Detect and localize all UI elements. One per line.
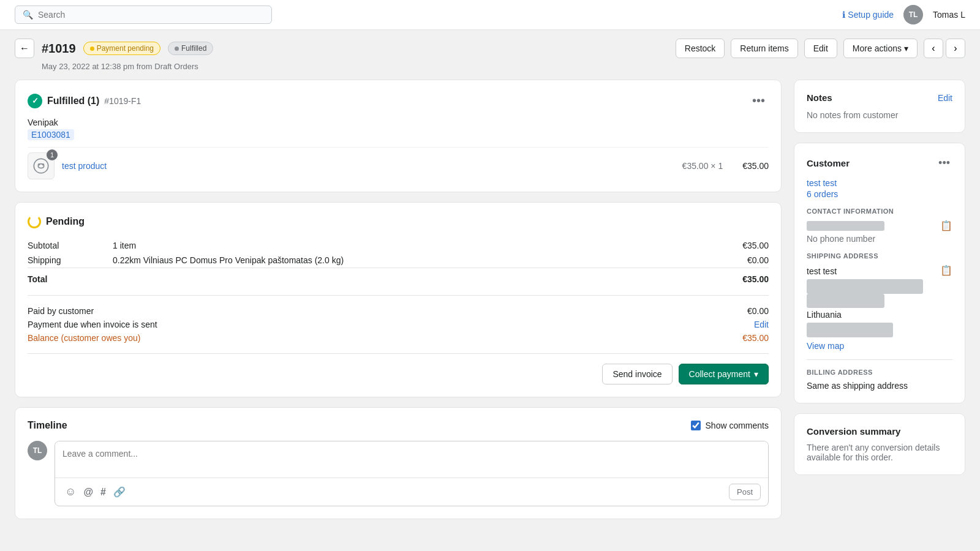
fulfilled-card: ✓ Fulfilled (1) #1019-F1 ••• Venipak E10… — [15, 80, 782, 192]
no-phone: No phone number — [807, 234, 952, 244]
payment-due-edit-link[interactable]: Edit — [754, 320, 769, 329]
pending-title: Pending — [46, 216, 85, 227]
back-button[interactable]: ← — [15, 39, 34, 58]
ship-country: Lithuania — [807, 310, 842, 320]
customer-orders-link[interactable]: 6 orders — [807, 189, 952, 199]
top-bar: 🔍 ℹ Setup guide TL Tomas L — [0, 0, 980, 30]
fulfilled-badge: Fulfilled — [168, 42, 213, 55]
nav-arrows: ‹ › — [924, 39, 965, 58]
timeline-title: Timeline — [28, 420, 67, 431]
email-row: ████████████ 📋 — [807, 220, 952, 231]
shipping-row: Shipping 0.22km Vilniaus PC Domus Pro Ve… — [28, 253, 769, 268]
link-button[interactable]: 🔗 — [111, 484, 128, 500]
billing-address-section: BILLING ADDRESS Same as shipping address — [807, 359, 952, 391]
avatar[interactable]: TL — [903, 5, 923, 24]
customer-email: ████████████ — [807, 221, 884, 231]
prev-order-button[interactable]: ‹ — [924, 39, 943, 58]
notes-text: No notes from customer — [807, 110, 898, 120]
view-map-link[interactable]: View map — [807, 341, 844, 351]
action-footer: Send invoice Collect payment ▾ — [28, 353, 769, 384]
post-button[interactable]: Post — [729, 484, 761, 500]
balance-row: Balance (customer owes you) €35.00 — [28, 331, 769, 345]
fulfilled-more-button[interactable]: ••• — [748, 92, 769, 109]
contact-section: CONTACT INFORMATION ████████████ 📋 No ph… — [807, 208, 952, 244]
search-input[interactable] — [38, 10, 264, 20]
fulfilled-title: Fulfilled (1) — [47, 96, 99, 107]
subtotal-qty: 1 item — [113, 238, 702, 253]
comment-input[interactable] — [55, 441, 768, 476]
product-name-link[interactable]: test product — [62, 161, 675, 171]
customer-card: Customer ••• test test 6 orders CONTACT … — [794, 143, 965, 403]
order-number: #1019 — [42, 42, 76, 56]
show-comments-group: Show comments — [691, 421, 769, 430]
conversion-text: There aren't any conversion details avai… — [807, 443, 940, 462]
hashtag-button[interactable]: # — [98, 484, 108, 500]
shipping-label: SHIPPING ADDRESS — [807, 252, 952, 260]
total-row: Total €35.00 — [28, 268, 769, 287]
top-bar-right: ℹ Setup guide TL Tomas L — [842, 5, 965, 24]
shipping-address-row: test test █ ████████████ █████ █████ ███… — [807, 264, 952, 337]
user-name: Tomas L — [933, 10, 965, 20]
comment-toolbar: ☺ @ # 🔗 Post — [55, 478, 768, 506]
notes-title: Notes — [807, 92, 832, 103]
content-layout: ✓ Fulfilled (1) #1019-F1 ••• Venipak E10… — [0, 80, 980, 534]
shipping-address-section: SHIPPING ADDRESS test test █ ███████████… — [807, 252, 952, 351]
shipping-desc: 0.22km Vilniaus PC Domus Pro Venipak paš… — [113, 253, 702, 268]
ship-addr1: █ ████████████ █████ — [807, 279, 923, 294]
notes-header: Notes Edit — [807, 92, 952, 103]
contact-label: CONTACT INFORMATION — [807, 208, 952, 215]
show-comments-checkbox[interactable] — [691, 421, 701, 430]
header-actions: Restock Return items Edit More actions ▾… — [676, 39, 965, 58]
search-icon: 🔍 — [23, 10, 33, 20]
copy-email-button[interactable]: 📋 — [940, 220, 952, 231]
mention-button[interactable]: @ — [81, 484, 96, 500]
ship-addr2: █████ ███████ — [807, 294, 884, 309]
subtotal-row: Subtotal 1 item €35.00 — [28, 238, 769, 253]
product-price: €35.00 × 1 — [682, 161, 723, 171]
tracking-number[interactable]: E1003081 — [28, 129, 74, 140]
search-box[interactable]: 🔍 — [15, 6, 272, 24]
payment-badge: Payment pending — [83, 42, 160, 55]
emoji-button[interactable]: ☺ — [62, 483, 78, 501]
edit-button[interactable]: Edit — [804, 39, 837, 58]
balance-amount: €35.00 — [742, 333, 769, 343]
comment-box: ☺ @ # 🔗 Post — [55, 441, 769, 506]
notes-card: Notes Edit No notes from customer — [794, 80, 965, 133]
svg-point-2 — [42, 163, 45, 166]
notes-edit-link[interactable]: Edit — [938, 93, 952, 103]
total-amount: €35.00 — [702, 268, 769, 287]
next-order-button[interactable]: › — [946, 39, 965, 58]
collect-dropdown-arrow-icon: ▾ — [754, 369, 758, 379]
paid-amount: €0.00 — [747, 306, 769, 316]
billing-same: Same as shipping address — [807, 381, 908, 391]
fulfilled-dot — [175, 47, 179, 51]
pending-header: Pending — [28, 215, 769, 228]
return-items-button[interactable]: Return items — [731, 39, 797, 58]
balance-label: Balance (customer owes you) — [28, 333, 140, 343]
payment-due-label: Payment due when invoice is sent — [28, 320, 157, 329]
dropdown-arrow-icon: ▾ — [904, 43, 908, 53]
setup-guide-link[interactable]: ℹ Setup guide — [842, 10, 894, 20]
comment-area: TL ☺ @ # 🔗 Post — [28, 441, 769, 506]
subtotal-label: Subtotal — [28, 238, 113, 253]
restock-button[interactable]: Restock — [676, 39, 725, 58]
setup-guide-icon: ℹ — [842, 10, 845, 20]
billing-label: BILLING ADDRESS — [807, 369, 952, 376]
fulfilled-title-group: ✓ Fulfilled (1) #1019-F1 — [28, 94, 141, 108]
customer-name-link[interactable]: test test — [807, 178, 952, 188]
order-summary-table: Subtotal 1 item €35.00 Shipping 0.22km V… — [28, 238, 769, 287]
svg-point-0 — [34, 159, 48, 173]
main-column: ✓ Fulfilled (1) #1019-F1 ••• Venipak E10… — [15, 80, 782, 519]
shipping-amount: €0.00 — [702, 253, 769, 268]
collect-payment-button[interactable]: Collect payment ▾ — [679, 364, 769, 384]
product-image-icon — [32, 157, 50, 174]
copy-address-button[interactable]: 📋 — [940, 264, 952, 276]
send-invoice-button[interactable]: Send invoice — [602, 364, 672, 384]
tracking-info: Venipak E1003081 — [28, 118, 769, 140]
page-subtitle: May 23, 2022 at 12:38 pm from Draft Orde… — [15, 58, 965, 80]
more-actions-button[interactable]: More actions ▾ — [843, 39, 918, 58]
carrier-name: Venipak — [28, 118, 769, 127]
conversion-title: Conversion summary — [807, 426, 952, 437]
timeline-header: Timeline Show comments — [28, 420, 769, 431]
customer-more-button[interactable]: ••• — [936, 156, 952, 171]
